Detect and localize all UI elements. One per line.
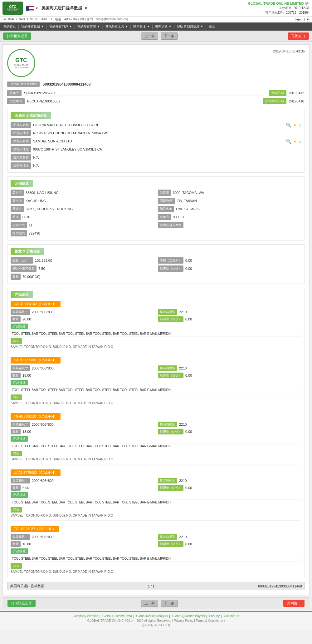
product-0-desc-label[interactable]: 产品描述 [11, 324, 28, 329]
bottom-label: 美国海关进口提单数据 [10, 584, 44, 588]
main-content: GTC GLOBAL TRADEONLINE LIMITED 2019-04-1… [2, 44, 310, 595]
next-btn-bottom[interactable]: 下一条 [161, 600, 178, 607]
nav-home[interactable]: 我的首页 [1, 22, 18, 31]
prev-btn[interactable]: 上一条 [141, 32, 158, 40]
product-1-size-value: 2000*806*800 [32, 366, 54, 370]
print-btn[interactable]: 打印预览记录 [3, 32, 31, 40]
weight-value: 101,352.00 [35, 259, 52, 262]
container-badge-1[interactable]: UACU3855007（CN/L/HH） [11, 357, 61, 364]
nav-account[interactable]: 账户管理 ▼ [131, 22, 152, 31]
transport-value: 11 [29, 223, 32, 227]
star-icon-consignee[interactable]: ★ [293, 139, 297, 144]
footer-link-buyers[interactable]: Global Qualified Buyers [172, 614, 205, 618]
consignee-name-value: SAMUEL SON & CO LTD [33, 139, 284, 143]
product-4-type-label: 集装箱类型 [158, 534, 177, 540]
search-icon-consignee[interactable]: 🔍 [286, 139, 291, 144]
bottom-toolbar: 打印预览记录 上一条 下一条 关闭窗口 [2, 597, 310, 609]
close-btn[interactable]: 关闭窗口 [288, 32, 309, 40]
product-item-2: TGHU3088137（CN/L/HH） 集装箱尺寸 2000*806*800 … [11, 413, 301, 464]
nav-consult[interactable]: 咨询切换 ▼ [153, 22, 174, 31]
nav-mgmt[interactable]: 我的外贸管理 ▼ [75, 22, 102, 31]
product-2-marks-label[interactable]: 箱头 [11, 451, 22, 456]
product-1-desc-label[interactable]: 产品描述 [11, 380, 28, 385]
bottom-bar-inner: 美国海关进口提单数据 1 / 1 60032019041300000411468 [7, 582, 305, 590]
country-label: 国家/地区 [158, 198, 175, 204]
product-2-type-label: 集装箱类型 [158, 422, 177, 427]
est-arrival-label: 预计到岸日期 [263, 98, 286, 104]
doc-id: 60032019041300000411468 [258, 584, 302, 588]
nav-tools[interactable]: 其他外贸工具 ▼ [103, 22, 130, 31]
product-item-4: FOIU2105037（CN/L/HH） 集装箱尺寸 2000*806*800 … [11, 526, 301, 573]
footer-link-contact[interactable]: Contact Us [224, 614, 239, 618]
bill-no-label: 提单号 [7, 90, 22, 96]
product-3-size-label: 集装箱尺寸 [11, 478, 30, 483]
product-item-0: UACU3384102（CN/L/HH） 集装箱尺寸 2000*806*800 … [11, 301, 301, 352]
star-icon-shipper[interactable]: ★ [293, 122, 297, 127]
warehouse-label: 仓单号 [158, 214, 171, 220]
product-3-desc-label[interactable]: 产品描述 [11, 492, 28, 498]
nav-logout[interactable]: 退出 [207, 22, 217, 31]
bill-no-value: SHKK158912857790 [23, 91, 265, 96]
product-1-desc-value: TOOL STEEL BAR TOOL STEEL BAR TOOL STEEL… [11, 387, 301, 393]
product-3-price-value: 0.00 [185, 486, 192, 490]
toolbar: 打印预览记录 上一条 下一条 关闭窗口 [0, 31, 312, 42]
footer-link-market[interactable]: Global Market Analysis [136, 614, 168, 618]
shipping-section-header: 运输信息 [11, 180, 33, 187]
product-3-type-label: 集装箱类型 [158, 478, 177, 483]
container-badge-2[interactable]: TGHU3088137（CN/L/HH） [11, 413, 61, 420]
product-0-price-label: 到岸价（估价） [158, 316, 183, 322]
carrier-label: 承运人 [11, 206, 24, 212]
footer-link-customs[interactable]: Global Customs Data [102, 614, 132, 618]
footer: Company Website| Global Customs Data| Gl… [0, 611, 312, 630]
doc-timestamp: 2019-04-16 08:43:35 [273, 49, 305, 53]
shipper-addr-value: NO 35 HSIN CHUNG RD TAINAN TN 73054 TW [33, 131, 301, 135]
product-0-marks-label[interactable]: 箱头 [11, 338, 22, 344]
container-badge-0[interactable]: UACU3384102（CN/L/HH） [11, 301, 61, 307]
prev-btn-bottom[interactable]: 上一条 [141, 600, 158, 607]
master-bill-value: HLCUTPE190315502 [27, 99, 259, 104]
search-icon-shipper[interactable]: 🔍 [286, 122, 291, 127]
product-4-desc-label[interactable]: 产品描述 [11, 548, 28, 554]
product-0-marks-value: SAMUEL TORONTO P.O.NO. BUNDLE NO. OF MAD… [11, 345, 301, 349]
shipping-section: 运输信息 装运港 58309, KAO HSIUNG 卸货港 3002, TAC… [7, 176, 305, 240]
product-1-type-label: 集装箱类型 [158, 365, 177, 371]
product-0-qty-label: 数量 [11, 316, 21, 322]
container-count-label: 20尺标准箱数量 [11, 265, 37, 272]
carrier-value: SHKK, SCHOOKS TRUCKING [26, 207, 73, 211]
product-3-marks-label[interactable]: 箱头 [11, 507, 22, 513]
product-2-size-label: 集装箱尺寸 [11, 422, 30, 427]
nav-help[interactable]: 帮助 & 我们信息 ▼ [175, 22, 206, 31]
footer-link-company[interactable]: Company Website [73, 614, 98, 618]
next-btn[interactable]: 下一条 [161, 32, 178, 40]
product-3-price-label: 到岸价（估价） [158, 485, 183, 491]
container-badge-4[interactable]: FOIU2105037（CN/L/HH） [11, 526, 59, 532]
vessel-value: ONE COSMOS [176, 207, 200, 211]
qty-label: 数量 [11, 274, 21, 280]
nav-export-data[interactable]: 我的外贸数据 ▼ [19, 22, 46, 31]
product-4-marks-label[interactable]: 箱头 [11, 563, 22, 569]
print-btn-bottom[interactable]: 打印预览记录 [7, 600, 36, 607]
footer-link-enquiry[interactable]: Enquiry [209, 614, 220, 618]
ldr-info: 可用期 (LDR) 200712 - 201904 [248, 10, 310, 15]
brand-name: GLOBAL TRADE ONLINE LIMITED (A) [248, 1, 310, 6]
home-icon-shipper[interactable]: ⌂ [299, 122, 301, 127]
close-btn-bottom[interactable]: 关闭窗口 [283, 600, 305, 607]
volume-value: 0.00 [185, 259, 192, 262]
doc-logo: GTC GLOBAL TRADEONLINE LIMITED [7, 49, 41, 77]
loading-port-value: 58309, KAO HSIUNG [26, 191, 59, 195]
home-icon-consignee[interactable]: ⌂ [299, 139, 301, 144]
top-bar: GTC GLOBAL TRADEONLINE LTD ▼ 美国海关进口提单数据 … [0, 0, 312, 17]
nav-portal[interactable]: 我的外贸门户 ▼ [47, 22, 74, 31]
bonded-label: 保税区进入类型 [158, 222, 183, 228]
product-1-marks-label[interactable]: 箱头 [11, 394, 22, 400]
footer-icp: 苏ICP备14033305号 [2, 623, 310, 627]
product-0-qty-value: 20.00 [22, 317, 31, 321]
container-badge-3[interactable]: UACU3775663（CN/L/HH） [11, 469, 61, 476]
product-2-desc-label[interactable]: 产品描述 [11, 436, 28, 442]
product-item-3: UACU3775663（CN/L/HH） 集装箱尺寸 2000*806*800 … [11, 469, 301, 521]
footer-copyright: GLOBAL TRADE ONLINE ©2014 - 2019 All rig… [2, 619, 310, 622]
user-menu[interactable]: kevin.l ▼ [295, 17, 310, 21]
product-1-size-label: 集装箱尺寸 [11, 365, 30, 371]
product-0-price-value: 0.00 [185, 317, 192, 321]
vessel-label: 船只名称 [158, 206, 174, 212]
